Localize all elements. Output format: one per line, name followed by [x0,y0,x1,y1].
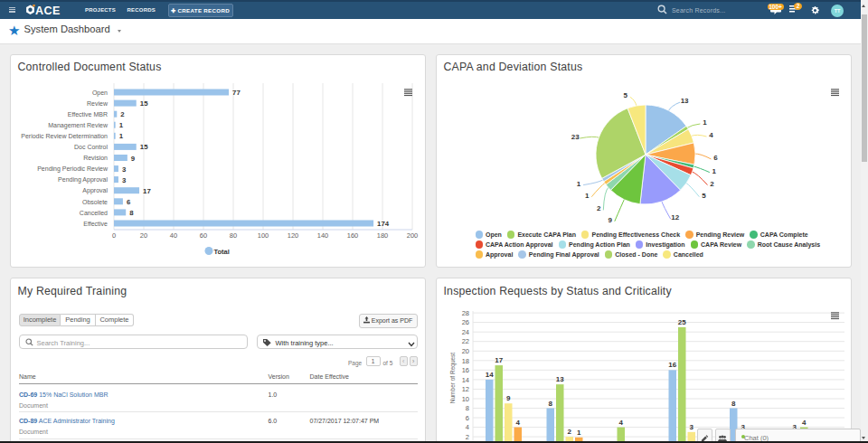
svg-text:Open: Open [91,89,107,96]
svg-text:14: 14 [485,371,493,379]
svg-text:4: 4 [465,423,468,431]
svg-text:1: 1 [712,166,716,174]
svg-text:100: 100 [257,231,269,239]
svg-text:3: 3 [122,165,127,173]
svg-text:24: 24 [461,328,468,336]
svg-text:5: 5 [623,91,627,99]
svg-text:4: 4 [709,131,713,139]
svg-text:2: 2 [567,428,571,436]
svg-text:Review: Review [87,99,108,106]
svg-text:120: 120 [287,231,298,239]
svg-text:6: 6 [465,414,468,422]
svg-text:174: 174 [377,220,390,228]
svg-text:2: 2 [465,433,468,441]
svg-text:23: 23 [571,133,579,141]
svg-text:4: 4 [802,419,807,427]
svg-text:8: 8 [548,400,552,408]
svg-text:28: 28 [461,309,468,317]
svg-text:Periodic Review Determination: Periodic Review Determination [21,133,108,139]
svg-text:Effective MBR: Effective MBR [67,110,107,117]
svg-text:2: 2 [597,204,601,212]
svg-text:25: 25 [677,318,685,326]
svg-text:1: 1 [118,121,123,129]
svg-text:20: 20 [461,347,468,355]
svg-text:40: 40 [169,231,176,239]
svg-text:15: 15 [139,99,147,108]
svg-text:4: 4 [515,419,520,427]
svg-text:3: 3 [689,423,693,431]
svg-text:8: 8 [129,208,134,216]
svg-text:15: 15 [139,143,147,151]
svg-text:6: 6 [126,197,130,205]
svg-text:9: 9 [130,154,135,162]
svg-text:13: 13 [680,97,688,105]
svg-text:80: 80 [229,231,236,239]
svg-text:4: 4 [618,419,623,427]
svg-text:16: 16 [668,361,676,369]
svg-text:2: 2 [120,110,125,118]
svg-text:5: 5 [702,191,706,199]
svg-text:12: 12 [461,385,468,393]
svg-text:22: 22 [461,337,468,345]
svg-text:Effective: Effective [83,220,108,226]
svg-text:180: 180 [376,231,388,239]
svg-text:13: 13 [555,375,563,383]
svg-text:9: 9 [608,215,612,223]
svg-text:Pending Approval: Pending Approval [58,176,108,184]
svg-text:20: 20 [139,231,146,239]
svg-text:77: 77 [232,89,241,97]
svg-text:2: 2 [710,179,714,187]
svg-text:1: 1 [585,191,590,199]
svg-text:Revision: Revision [83,155,108,161]
svg-text:18: 18 [461,357,468,365]
svg-text:Pending Periodic Review: Pending Periodic Review [37,165,108,173]
svg-text:60: 60 [199,231,206,239]
svg-text:8: 8 [731,400,736,408]
svg-text:12: 12 [671,213,679,222]
svg-text:10: 10 [461,395,468,403]
svg-text:6: 6 [713,153,718,161]
svg-text:Management Review: Management Review [48,121,108,128]
svg-text:1: 1 [576,179,580,187]
svg-text:Approval: Approval [82,187,108,194]
svg-text:9: 9 [506,394,511,402]
svg-text:1: 1 [118,132,123,140]
svg-text:200: 200 [406,231,418,239]
svg-text:0: 0 [111,231,115,239]
svg-text:Number of Request: Number of Request [449,353,457,404]
svg-text:17: 17 [143,186,151,194]
svg-text:Doc Control: Doc Control [74,144,108,150]
svg-text:140: 140 [316,231,328,239]
svg-text:160: 160 [346,231,358,239]
svg-text:8: 8 [465,404,468,412]
svg-text:Cancelled: Cancelled [79,209,107,215]
svg-text:1: 1 [577,429,581,437]
svg-text:3: 3 [122,175,127,184]
svg-text:16: 16 [461,366,468,374]
svg-text:1: 1 [703,118,707,127]
svg-text:17: 17 [495,356,503,364]
svg-text:26: 26 [461,318,468,326]
svg-text:Obsolete: Obsolete [81,198,107,204]
svg-text:Total: Total [213,247,229,255]
svg-text:14: 14 [461,376,468,384]
